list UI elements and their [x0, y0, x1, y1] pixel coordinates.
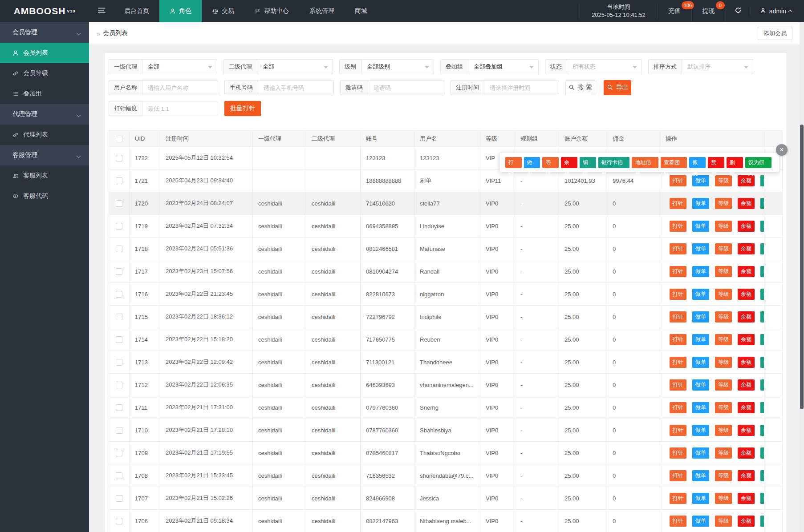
popup-action-打针[interactable]: 打针 [505, 157, 522, 168]
row-action-编辑[interactable]: 编辑 [760, 243, 764, 254]
sidebar-toggle-button[interactable] [89, 0, 114, 22]
withdraw-button[interactable]: 提现 0 [692, 0, 726, 22]
row-action-做单[interactable]: 做单 [692, 198, 709, 209]
sidebar-item-member-management[interactable]: 会员管理 [0, 22, 89, 43]
popup-action-地址信息[interactable]: 地址信息 [632, 157, 658, 168]
row-action-编辑[interactable]: 编辑 [760, 266, 764, 277]
row-action-等级[interactable]: 等级 [715, 198, 732, 209]
row-checkbox[interactable] [116, 155, 122, 161]
row-action-编辑[interactable]: 编辑 [760, 198, 764, 209]
filter-input[interactable] [484, 81, 559, 95]
popup-action-设为假人[interactable]: 设为假人 [745, 157, 772, 168]
row-action-等级[interactable]: 等级 [715, 334, 732, 345]
row-action-编辑[interactable]: 编辑 [760, 425, 764, 436]
filter-select-value[interactable]: 默认排序 [682, 60, 753, 74]
row-action-打针[interactable]: 打针 [670, 425, 686, 436]
row-action-等级[interactable]: 等级 [715, 425, 732, 436]
row-action-做单[interactable]: 做单 [692, 221, 709, 232]
row-action-等级[interactable]: 等级 [715, 447, 732, 459]
row-checkbox[interactable] [116, 472, 122, 479]
row-action-编辑[interactable]: 编辑 [760, 175, 764, 186]
row-action-余额[interactable]: 余额 [738, 289, 755, 300]
filter-select-value[interactable]: 全部级别 [361, 60, 434, 74]
row-action-等级[interactable]: 等级 [715, 221, 732, 232]
row-action-打针[interactable]: 打针 [670, 379, 686, 391]
sidebar-item-service-list[interactable]: 客服列表 [0, 165, 89, 186]
sidebar-item-member-level[interactable]: 会员等级 [0, 63, 89, 84]
row-action-等级[interactable]: 等级 [715, 311, 732, 322]
row-action-余额[interactable]: 余额 [738, 243, 755, 254]
row-action-打针[interactable]: 打针 [670, 243, 686, 254]
row-action-做单[interactable]: 做单 [692, 357, 709, 368]
row-action-打针[interactable]: 打针 [670, 311, 686, 322]
row-action-编辑[interactable]: 编辑 [760, 493, 764, 504]
row-action-编辑[interactable]: 编辑 [760, 470, 764, 481]
row-action-余额[interactable]: 余额 [738, 357, 755, 368]
row-action-做单[interactable]: 做单 [692, 379, 709, 391]
popup-close-button[interactable]: × [776, 144, 788, 156]
row-action-打针[interactable]: 打针 [670, 516, 686, 527]
row-action-编辑[interactable]: 编辑 [760, 311, 764, 322]
popup-action-等级[interactable]: 等级 [542, 157, 559, 168]
row-action-做单[interactable]: 做单 [692, 402, 709, 413]
row-action-编辑[interactable]: 编辑 [760, 221, 764, 232]
row-checkbox[interactable] [116, 246, 122, 252]
filter-select-value[interactable]: 全部 [142, 60, 217, 74]
nav-item-role[interactable]: 角色 [159, 0, 202, 22]
row-action-打针[interactable]: 打针 [670, 493, 686, 504]
sidebar-item-member-list[interactable]: 会员列表 [0, 43, 89, 63]
search-button[interactable]: 搜 索 [565, 80, 595, 95]
row-action-等级[interactable]: 等级 [715, 516, 732, 527]
filter-input[interactable] [368, 81, 444, 95]
filter-input[interactable] [142, 81, 218, 95]
popup-action-删除[interactable]: 删除 [727, 157, 743, 168]
row-action-做单[interactable]: 做单 [692, 311, 709, 322]
sidebar-item-service-management[interactable]: 客服管理 [0, 145, 89, 165]
row-action-做单[interactable]: 做单 [692, 516, 709, 527]
sidebar-item-agent-list[interactable]: 代理列表 [0, 125, 89, 145]
row-action-打针[interactable]: 打针 [670, 470, 686, 481]
row-checkbox[interactable] [116, 359, 122, 366]
row-action-打针[interactable]: 打针 [670, 198, 686, 209]
row-action-打针[interactable]: 打针 [670, 175, 686, 186]
row-checkbox[interactable] [116, 291, 122, 298]
recharge-button[interactable]: 充值 186 [658, 0, 692, 22]
row-action-等级[interactable]: 等级 [715, 402, 732, 413]
row-checkbox[interactable] [116, 200, 122, 207]
nav-item-help[interactable]: 帮助中心 [244, 0, 299, 22]
needle-range-input[interactable] [142, 101, 218, 116]
nav-item-system[interactable]: 系统管理 [299, 0, 345, 22]
row-action-余额[interactable]: 余额 [738, 198, 755, 209]
row-action-等级[interactable]: 等级 [715, 493, 732, 504]
row-checkbox[interactable] [116, 404, 122, 411]
row-action-余额[interactable]: 余额 [738, 334, 755, 345]
row-action-余额[interactable]: 余额 [738, 379, 755, 391]
row-action-编辑[interactable]: 编辑 [760, 289, 764, 300]
row-action-编辑[interactable]: 编辑 [760, 379, 764, 391]
row-action-等级[interactable]: 等级 [715, 357, 732, 368]
filter-select-value[interactable]: 全部 [257, 60, 333, 74]
scrollbar-thumb[interactable] [800, 125, 804, 409]
row-action-余额[interactable]: 余额 [738, 493, 755, 504]
row-checkbox[interactable] [116, 177, 122, 184]
nav-item-mall[interactable]: 商城 [345, 0, 378, 22]
add-member-button[interactable]: 添加会员 [758, 27, 792, 40]
filter-select-value[interactable]: 所有状态 [567, 60, 642, 74]
row-checkbox[interactable] [116, 223, 122, 230]
row-action-做单[interactable]: 做单 [692, 470, 709, 481]
row-action-做单[interactable]: 做单 [692, 493, 709, 504]
row-checkbox[interactable] [116, 268, 122, 275]
row-action-编辑[interactable]: 编辑 [760, 402, 764, 413]
batch-needle-button[interactable]: 批量打针 [224, 101, 261, 116]
row-action-余额[interactable]: 余额 [738, 447, 755, 459]
nav-item-home[interactable]: 后台首页 [114, 0, 159, 22]
row-action-余额[interactable]: 余额 [738, 516, 755, 527]
row-checkbox[interactable] [116, 382, 122, 388]
row-action-余额[interactable]: 余额 [738, 221, 755, 232]
row-action-等级[interactable]: 等级 [715, 379, 732, 391]
row-action-打针[interactable]: 打针 [670, 357, 686, 368]
sidebar-item-stack-group[interactable]: 叠加组 [0, 84, 89, 104]
row-action-等级[interactable]: 等级 [715, 266, 732, 277]
row-checkbox[interactable] [116, 495, 122, 502]
sidebar-item-service-code[interactable]: 客服代码 [0, 186, 89, 206]
